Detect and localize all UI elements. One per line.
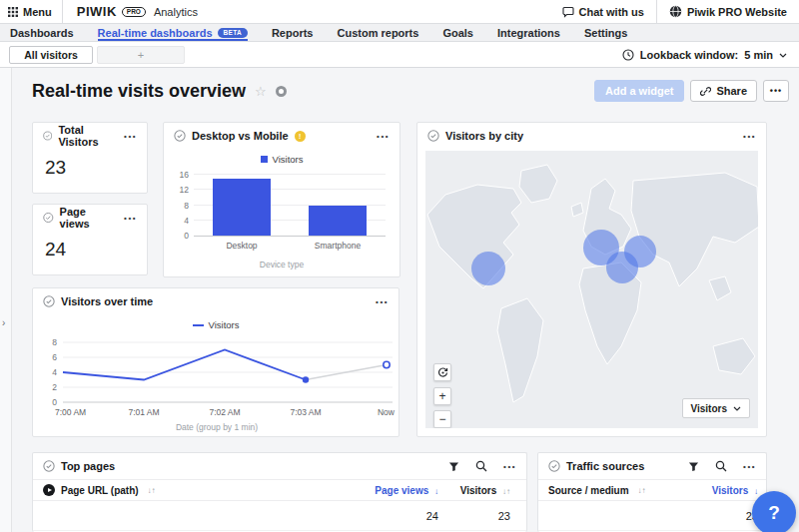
x-tick-label: Smartphone	[315, 241, 361, 251]
y-tick-label: 16	[180, 170, 189, 180]
add-widget-button[interactable]: Add a widget	[594, 80, 684, 102]
map-metric-value: Visitors	[691, 403, 728, 414]
table-column-headers: Page URL (path) ↓↑ Page views ↓ Visitors…	[33, 479, 526, 501]
share-button[interactable]: Share	[690, 80, 757, 102]
column-page-url[interactable]: Page URL (path)	[61, 485, 139, 496]
sampling-warning-icon[interactable]: !	[295, 131, 306, 142]
world-map-svg[interactable]	[425, 151, 758, 428]
favorite-star-icon[interactable]: ☆	[255, 84, 267, 99]
widget-menu-button[interactable]: •••	[377, 132, 390, 141]
check-circle-icon	[43, 130, 52, 142]
y-tick-label: 8	[184, 201, 189, 211]
column-page-views[interactable]: Page views	[375, 485, 428, 496]
menu-label: Menu	[23, 6, 52, 18]
legend-swatch	[261, 156, 268, 163]
tab-settings[interactable]: Settings	[584, 24, 627, 41]
tab-integrations[interactable]: Integrations	[497, 24, 560, 41]
data-point-now[interactable]	[384, 361, 390, 367]
line-chart: Visitors 024687:00 AM7:01 AM7:02 AM7:03 …	[33, 314, 399, 436]
search-icon[interactable]	[475, 460, 487, 472]
sort-desc-icon[interactable]: ↓	[754, 487, 758, 496]
widget-menu-button[interactable]: •••	[503, 462, 516, 471]
page-title: Real-time visits overview ☆	[32, 81, 287, 102]
chart-legend: Visitors	[164, 154, 400, 165]
page-views-cell: 24	[349, 510, 438, 522]
city-bubble-southern-europe[interactable]	[606, 252, 638, 283]
line-chart-svg: 024687:00 AM7:01 AM7:02 AM7:03 AMNowDate…	[33, 334, 400, 438]
city-bubble-north-america-east[interactable]	[471, 252, 505, 285]
y-tick-label: 8	[52, 337, 57, 347]
tab-goals[interactable]: Goals	[442, 24, 473, 41]
widget-menu-button[interactable]: •••	[743, 462, 756, 471]
sort-both-icon[interactable]: ↓↑	[638, 486, 646, 495]
collapsed-sidebar-rail[interactable]: ›	[0, 68, 12, 532]
table-row[interactable]: 23	[538, 501, 766, 531]
dimension-play-icon	[43, 484, 55, 496]
visitors-line[interactable]	[63, 350, 306, 380]
main-navigation: Dashboards Real-time dashboards BETA Rep…	[0, 24, 799, 42]
page-views-value: 24	[33, 231, 147, 261]
y-tick-label: 4	[184, 216, 189, 226]
tab-dashboards[interactable]: Dashboards	[10, 24, 74, 41]
dashboard-tab-all-visitors[interactable]: All visitors	[9, 46, 93, 64]
top-app-bar: Menu PIWIK PRO Analytics Chat with us Pi…	[0, 0, 799, 24]
y-tick-label: 2	[52, 382, 57, 392]
filter-funnel-icon[interactable]	[688, 461, 699, 472]
widget-page-views: Page views ••• 24	[32, 204, 148, 275]
tab-real-time-dashboards[interactable]: Real-time dashboards BETA	[98, 24, 248, 41]
website-label: Piwik PRO Website	[687, 6, 787, 18]
data-point-last-complete[interactable]	[303, 376, 309, 382]
check-circle-icon	[43, 212, 54, 224]
expand-sidebar-chevron-icon[interactable]: ›	[2, 317, 5, 328]
map-reset-button[interactable]	[433, 363, 451, 381]
widget-top-pages: Top pages ••• Page URL (path) ↓↑ Page vi…	[32, 452, 527, 532]
chat-label: Chat with us	[579, 6, 644, 18]
clock-icon	[622, 49, 634, 61]
widget-menu-button[interactable]: •••	[124, 132, 137, 141]
widget-menu-button[interactable]: •••	[743, 132, 756, 141]
chat-bubble-icon	[562, 6, 574, 18]
chevron-down-icon	[779, 53, 787, 58]
table-column-headers: Source / medium ↓↑ Visitors ↓	[538, 479, 766, 501]
widget-title: Visitors over time	[61, 295, 153, 307]
search-icon[interactable]	[715, 460, 727, 472]
bar-desktop[interactable]	[213, 179, 271, 236]
sort-both-icon[interactable]: ↓↑	[502, 487, 510, 496]
widget-title: Top pages	[61, 460, 115, 472]
column-visitors[interactable]: Visitors	[460, 485, 497, 496]
piwik-website-link[interactable]: Piwik PRO Website	[657, 0, 799, 24]
tab-custom-reports[interactable]: Custom reports	[337, 24, 418, 41]
column-visitors[interactable]: Visitors	[712, 485, 749, 496]
brand-name: PIWIK	[77, 4, 117, 19]
table-row[interactable]: 24 23	[33, 501, 526, 531]
widget-title: Page views	[60, 206, 112, 230]
widget-menu-button[interactable]: •••	[376, 297, 389, 306]
dashboard-tabs-bar: All visitors + Lookback window: 5 min	[0, 42, 799, 68]
lookback-window-selector[interactable]: Lookback window: 5 min	[622, 42, 787, 68]
filter-funnel-icon[interactable]	[448, 461, 459, 472]
world-map[interactable]: + − Visitors	[425, 151, 758, 428]
bar-smartphone[interactable]	[309, 206, 367, 237]
check-circle-icon	[174, 130, 186, 142]
x-axis-label: Date (group by 1 min)	[176, 422, 258, 432]
visitors-cell: 23	[694, 510, 758, 522]
tab-reports[interactable]: Reports	[272, 24, 314, 41]
help-button[interactable]: ?	[752, 491, 796, 532]
column-source-medium[interactable]: Source / medium	[548, 485, 629, 496]
y-tick-label: 0	[184, 231, 189, 241]
x-tick-label: 7:03 AM	[290, 407, 321, 417]
check-circle-icon	[43, 460, 55, 472]
y-tick-label: 12	[180, 185, 189, 195]
dashboard-more-button[interactable]: •••	[763, 80, 789, 102]
map-zoom-in-button[interactable]: +	[433, 387, 451, 405]
add-dashboard-tab-button[interactable]: +	[97, 46, 185, 64]
map-zoom-out-button[interactable]: −	[433, 410, 451, 428]
dashboard-status-icon[interactable]	[276, 86, 287, 97]
widget-traffic-sources: Traffic sources ••• Source / medium ↓↑ V…	[537, 452, 767, 532]
main-menu-button[interactable]: Menu	[0, 0, 63, 24]
grid-menu-icon	[8, 7, 18, 17]
widget-menu-button[interactable]: •••	[124, 214, 137, 223]
sort-both-icon[interactable]: ↓↑	[148, 486, 156, 495]
chat-with-us-button[interactable]: Chat with us	[550, 0, 656, 24]
map-metric-selector[interactable]: Visitors	[682, 398, 751, 418]
